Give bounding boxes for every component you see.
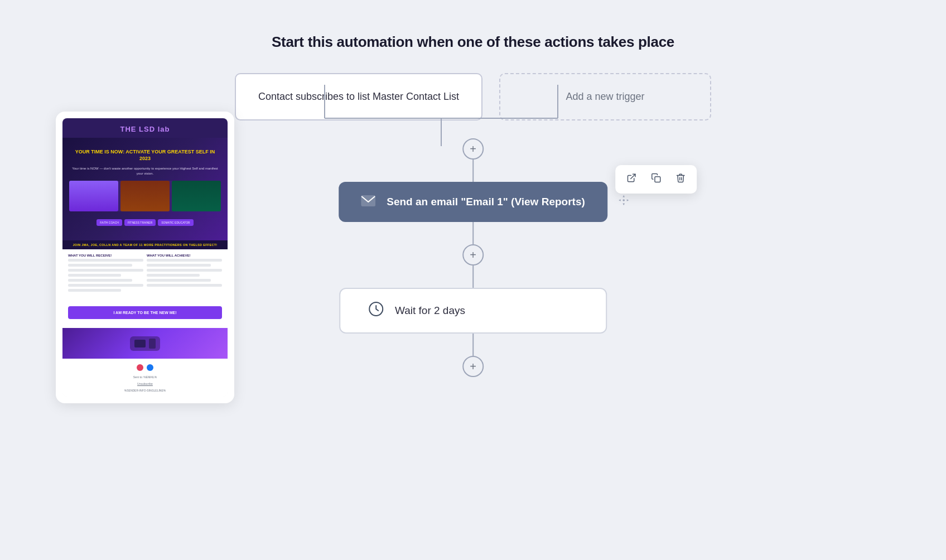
ep-text-7 xyxy=(68,289,121,292)
ep-logo-lsd: LSD xyxy=(139,125,155,133)
trigger-subscribe[interactable]: Contact subscribes to list Master Contac… xyxy=(235,73,482,120)
connector-3 xyxy=(472,265,474,288)
ep-footer-section: Sent to: %EMAIL% Unsubscribe %SENDER-INF… xyxy=(62,359,228,397)
ep-social xyxy=(68,362,222,373)
plus-button-2[interactable]: + xyxy=(462,244,484,265)
flow-column: + xyxy=(339,138,607,377)
ep-col-left-title: WHAT YOU WILL RECEIVE! xyxy=(68,254,143,257)
ep-cta-wrapper: I AM READY TO BE THE NEW ME! xyxy=(62,298,228,328)
ep-device-2 xyxy=(149,339,156,349)
ep-badges: FAITH COACH FITNESS TRAINER SOMATIC EDUC… xyxy=(69,216,221,229)
email-icon xyxy=(361,194,375,210)
plus-icon-1: + xyxy=(470,143,476,156)
connector-2 xyxy=(472,222,474,244)
ep-text-r4 xyxy=(147,274,200,277)
toolbar-popup xyxy=(615,165,697,194)
ep-text-4 xyxy=(68,274,121,277)
svg-line-4 xyxy=(630,174,635,178)
ep-content-grid: WHAT YOU WILL RECEIVE! WHAT YOU WILL ACH… xyxy=(62,249,228,298)
external-link-button[interactable] xyxy=(624,171,639,188)
ep-logo-the: THE xyxy=(120,125,139,133)
ep-sent-to: Sent to: %EMAIL% xyxy=(68,373,222,380)
ep-footer-img xyxy=(62,328,228,359)
ep-text-r3 xyxy=(147,269,222,272)
wait-action-block[interactable]: Wait for 2 days xyxy=(339,288,607,334)
ep-col-left: WHAT YOU WILL RECEIVE! xyxy=(68,254,143,294)
ep-facebook-icon xyxy=(147,364,153,371)
clock-icon xyxy=(368,301,384,320)
email-action-label: Send an email "Email 1" (View Reports) xyxy=(387,196,585,208)
ep-col-right: WHAT YOU WILL ACHIEVE! xyxy=(147,254,222,294)
move-handle[interactable] xyxy=(617,194,630,210)
plus-icon-3: + xyxy=(470,360,476,373)
ep-text-5 xyxy=(68,279,132,282)
ep-text-r5 xyxy=(147,279,211,282)
connector-1 xyxy=(472,160,474,182)
page-title: Start this automation when one of these … xyxy=(0,0,946,51)
ep-text-r6 xyxy=(147,284,222,287)
trigger-add-new[interactable]: Add a new trigger xyxy=(499,73,711,120)
ep-text-r2 xyxy=(147,264,211,267)
ep-text-r1 xyxy=(147,259,222,262)
ep-unsubscribe[interactable]: Unsubscribe xyxy=(68,380,222,387)
ep-text-6 xyxy=(68,284,143,287)
plus-icon-2: + xyxy=(470,249,476,262)
svg-rect-5 xyxy=(655,177,660,182)
email-action-block[interactable]: Send an email "Email 1" (View Reports) xyxy=(339,182,607,222)
ep-face-3 xyxy=(172,181,221,211)
email-action-wrapper: Send an email "Email 1" (View Reports) xyxy=(339,182,607,222)
delete-button[interactable] xyxy=(673,171,688,188)
svg-rect-6 xyxy=(361,195,375,206)
ep-instagram-icon xyxy=(137,364,143,371)
ep-text-2 xyxy=(68,264,132,267)
ep-device-1 xyxy=(134,340,146,347)
ep-face-2 xyxy=(120,181,170,211)
ep-cta-button: I AM READY TO BE THE NEW ME! xyxy=(68,306,222,319)
ep-logo-lab: lab xyxy=(155,125,170,133)
ep-badge-1: FAITH COACH xyxy=(96,219,122,226)
ep-badge-3: SOMATIC EDUCATOR xyxy=(158,219,193,226)
ep-text-1 xyxy=(68,259,143,262)
ep-badge-2: FITNESS TRAINER xyxy=(124,219,156,226)
ep-hero-title: YOUR TIME IS NOW: ACTIVATE YOUR GREATEST… xyxy=(69,149,221,162)
ep-header: THE LSD lab xyxy=(62,118,228,138)
ep-text-3 xyxy=(68,269,143,272)
ep-col-right-title: WHAT YOU WILL ACHIEVE! xyxy=(147,254,222,257)
ep-hero: YOUR TIME IS NOW: ACTIVATE YOUR GREATEST… xyxy=(62,138,228,240)
ep-faces xyxy=(69,181,221,211)
email-preview-inner: THE LSD lab YOUR TIME IS NOW: ACTIVATE Y… xyxy=(62,118,228,397)
email-preview-card: THE LSD lab YOUR TIME IS NOW: ACTIVATE Y… xyxy=(56,112,234,403)
plus-button-1[interactable]: + xyxy=(462,138,484,160)
ep-logo: THE LSD lab xyxy=(68,125,222,133)
ep-hero-sub: Your time is NOW — don't waste another o… xyxy=(69,166,221,176)
ep-face-1 xyxy=(69,181,118,211)
copy-button[interactable] xyxy=(649,171,663,188)
ep-sender-info: %SENDER-INFO-SINGLELINE% xyxy=(68,387,222,393)
ep-team-line: JOIN JMA, JOE, COLLN AND A TEAM OF 11 MO… xyxy=(62,240,228,249)
connector-4 xyxy=(472,334,474,356)
svg-point-7 xyxy=(622,199,625,201)
ep-devices xyxy=(130,336,160,351)
wait-action-label: Wait for 2 days xyxy=(395,305,465,317)
plus-button-3[interactable]: + xyxy=(462,356,484,377)
